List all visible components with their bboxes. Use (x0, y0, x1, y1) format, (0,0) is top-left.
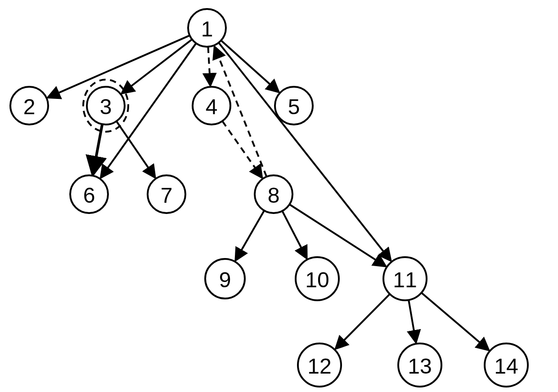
edge-n11-n14 (422, 293, 489, 350)
node-6: 6 (70, 175, 108, 213)
node-label-12: 12 (307, 354, 331, 378)
edge-n3-n6 (93, 124, 102, 174)
edge-n11-n13 (409, 300, 416, 342)
node-label-4: 4 (206, 95, 218, 119)
node-label-5: 5 (288, 95, 300, 119)
node-11: 11 (383, 257, 427, 300)
edge-n8-n10 (282, 211, 306, 258)
node-label-10: 10 (305, 268, 329, 292)
nodes-layer: 1234567891011121314 (10, 9, 528, 387)
node-label-6: 6 (83, 183, 95, 207)
node-14: 14 (485, 343, 528, 387)
node-label-13: 13 (408, 354, 432, 378)
node-label-8: 8 (268, 183, 280, 207)
node-label-7: 7 (161, 183, 173, 207)
edge-n1-n4 (208, 47, 210, 85)
edge-n11-n12 (336, 294, 390, 348)
node-7: 7 (148, 175, 185, 213)
node-13: 13 (398, 343, 441, 387)
node-5: 5 (275, 87, 313, 125)
node-8: 8 (255, 175, 292, 213)
node-12: 12 (298, 343, 341, 387)
node-label-3: 3 (100, 95, 112, 119)
node-4: 4 (193, 87, 230, 125)
node-label-1: 1 (201, 17, 213, 41)
edge-n1-n3 (122, 40, 192, 93)
node-10: 10 (296, 257, 339, 300)
node-1: 1 (188, 9, 226, 47)
edge-n4-n8 (222, 121, 262, 177)
node-label-2: 2 (23, 95, 36, 119)
node-label-14: 14 (494, 354, 518, 378)
node-3: 3 (87, 87, 125, 125)
edge-n1-n2 (48, 36, 189, 98)
node-2: 2 (10, 87, 48, 125)
edge-n8-n9 (236, 210, 264, 260)
graph-diagram: 1234567891011121314 (0, 0, 558, 392)
node-label-11: 11 (393, 268, 417, 292)
node-label-9: 9 (219, 268, 231, 292)
node-9: 9 (205, 259, 245, 298)
